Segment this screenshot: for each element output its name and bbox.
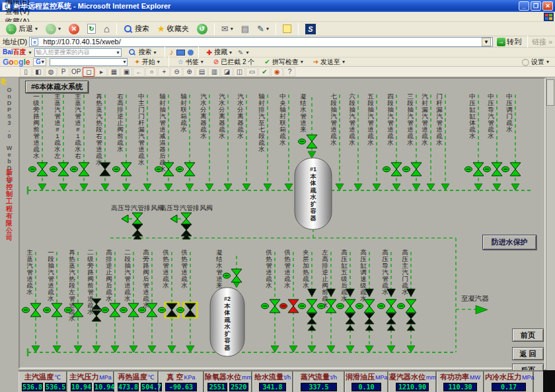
baidu-video-icon[interactable] <box>176 50 185 56</box>
google-sendto-button[interactable]: ➔ 发送至 ▾ <box>310 58 348 66</box>
zoom-icon[interactable]: ○ <box>145 67 157 77</box>
history-button[interactable]: ↺ <box>194 22 211 36</box>
valve-body[interactable] <box>110 303 120 317</box>
google-spellcheck-button[interactable]: ✔ 拼写检查 ▾ <box>261 58 306 66</box>
prev-page-button[interactable]: 前页 <box>512 329 544 342</box>
stop-button[interactable]: ✕ <box>65 22 83 36</box>
baidu-search-button[interactable]: 搜索 ▾ <box>124 48 160 57</box>
links-label[interactable]: 链接 <box>532 37 546 47</box>
valve-body[interactable] <box>166 303 177 317</box>
scrollbar-thumb[interactable] <box>546 79 554 106</box>
valve-body[interactable] <box>364 299 375 313</box>
valve-body[interactable] <box>184 163 195 176</box>
web-icon[interactable]: ◍ <box>45 67 57 77</box>
water-induction-protection-button[interactable]: 防进水保护 <box>482 235 536 250</box>
valve-body[interactable] <box>406 299 416 313</box>
baidu-collect-button[interactable]: ✚ 搜藏 ▾ <box>204 48 235 57</box>
grid-icon[interactable]: ▦ <box>108 67 120 77</box>
baidu-user-icon[interactable] <box>188 50 194 56</box>
valve-body[interactable] <box>345 299 355 313</box>
picture-icon[interactable]: ▥ <box>208 67 220 77</box>
valve-body[interactable] <box>37 163 48 176</box>
valve-body[interactable] <box>128 303 139 317</box>
valve-body[interactable] <box>132 213 143 225</box>
notes-button[interactable] <box>279 22 295 36</box>
thunder-button[interactable]: S <box>302 22 319 36</box>
valve-body[interactable] <box>121 163 131 176</box>
trend-icon[interactable]: ◪ <box>221 67 233 77</box>
maximize-button[interactable]: ❐ <box>531 1 541 11</box>
forward-dropdown-icon[interactable]: ▾ <box>58 26 61 32</box>
edit-button[interactable]: ✎▾ <box>254 22 272 36</box>
google-popup-blocker-button[interactable]: ⊘ 已拦截 2 个 <box>210 58 258 66</box>
home-button[interactable]: ⌂ <box>100 22 113 36</box>
back-button[interactable]: ← 后退 ▾ <box>3 22 41 36</box>
valve-body[interactable] <box>147 303 157 317</box>
links-chevron[interactable]: » <box>548 38 552 46</box>
mail-button[interactable]: ✉ ▾ <box>218 22 237 36</box>
valve-body[interactable] <box>307 135 317 148</box>
print-icon[interactable]: ▭ <box>246 67 258 77</box>
valve-body[interactable] <box>411 163 422 176</box>
valve-body[interactable] <box>30 303 41 317</box>
image-icon[interactable]: ▣ <box>120 67 132 77</box>
back-icon[interactable]: ← <box>133 67 145 77</box>
address-url[interactable]: http://10.70.40.15/xweb/ <box>43 38 480 46</box>
valve-body[interactable] <box>492 163 502 176</box>
google-g-box[interactable]: G▾ <box>33 58 46 66</box>
address-dropdown-button[interactable]: ▼ <box>482 38 491 46</box>
scrollbar-track[interactable] <box>546 77 555 370</box>
valve-body[interactable] <box>307 299 317 313</box>
valve-body[interactable] <box>406 313 416 324</box>
baidu-search-input[interactable]: 输入想要搜索的内容 ▾ <box>34 48 122 57</box>
baidu-more-dropdown-icon[interactable]: ▾ <box>246 50 248 56</box>
window-icon[interactable]: ◫ <box>233 67 245 77</box>
mail-dropdown-icon[interactable]: ▾ <box>231 26 233 32</box>
valve-body[interactable] <box>346 313 355 324</box>
return-button[interactable]: 返 回 <box>512 347 544 360</box>
valve-body[interactable] <box>473 163 484 176</box>
valve-body[interactable] <box>288 299 299 313</box>
back-dropdown-icon[interactable]: ▾ <box>35 26 38 32</box>
zoom-out-icon[interactable]: ⊖ <box>170 67 182 77</box>
valve-body[interactable] <box>387 313 396 324</box>
valve-body[interactable] <box>181 213 192 225</box>
address-field[interactable]: e http://10.70.40.15/xweb/ ▼ <box>29 37 493 47</box>
op-icon[interactable]: OP <box>70 67 82 77</box>
minimize-button[interactable]: _ <box>519 1 529 11</box>
pointer-icon[interactable]: ▸ <box>95 67 107 77</box>
valve-body[interactable] <box>92 311 101 321</box>
baidu-logo-dropdown-icon[interactable]: ▾ <box>29 50 32 56</box>
confirm-icon[interactable]: ✔ <box>258 67 270 77</box>
baidu-edit-icon[interactable]: ✎ <box>238 49 243 56</box>
zoom-in-icon[interactable]: ⊕ <box>183 67 195 77</box>
google-logo[interactable]: Google <box>3 58 30 67</box>
valve-body[interactable] <box>270 299 280 313</box>
favorites-button[interactable]: ★ 收藏夹 <box>154 22 192 36</box>
record-icon[interactable]: ◉ <box>271 67 283 77</box>
baidu-logo[interactable]: Bai百度 <box>3 48 26 57</box>
valve-body[interactable] <box>100 163 110 176</box>
menu-item-1[interactable]: 编辑(E) <box>0 0 35 7</box>
valve-body[interactable] <box>391 163 402 176</box>
zoom-select-icon[interactable]: ◻ <box>83 67 94 77</box>
valve-body[interactable] <box>307 313 316 324</box>
baidu-music-icon[interactable]: ♪ <box>170 48 174 57</box>
valve-body[interactable] <box>231 269 242 282</box>
baidu-input-dropdown-icon[interactable]: ▾ <box>117 50 120 56</box>
valve-body[interactable] <box>365 313 374 324</box>
valve-body[interactable] <box>185 303 196 317</box>
key-icon[interactable]: ? <box>283 67 295 77</box>
google-bookmarks-button[interactable]: ☆ 书签 ▾ <box>174 58 207 66</box>
valve-body[interactable] <box>58 163 69 176</box>
valve-body[interactable] <box>510 163 521 176</box>
google-settings-button[interactable]: ◯ 设置 ▾ <box>519 58 552 66</box>
valve-body[interactable] <box>79 163 89 176</box>
open-icon[interactable]: ◧ <box>32 67 44 77</box>
new-icon[interactable]: ▯ <box>20 67 32 77</box>
pan-icon[interactable]: + <box>158 67 170 77</box>
report-icon[interactable]: ▤ <box>196 67 207 77</box>
forward-button[interactable]: → ▾ <box>42 22 64 36</box>
go-button[interactable]: → 转到 <box>495 37 523 47</box>
close-button[interactable]: ✕ <box>542 1 553 11</box>
